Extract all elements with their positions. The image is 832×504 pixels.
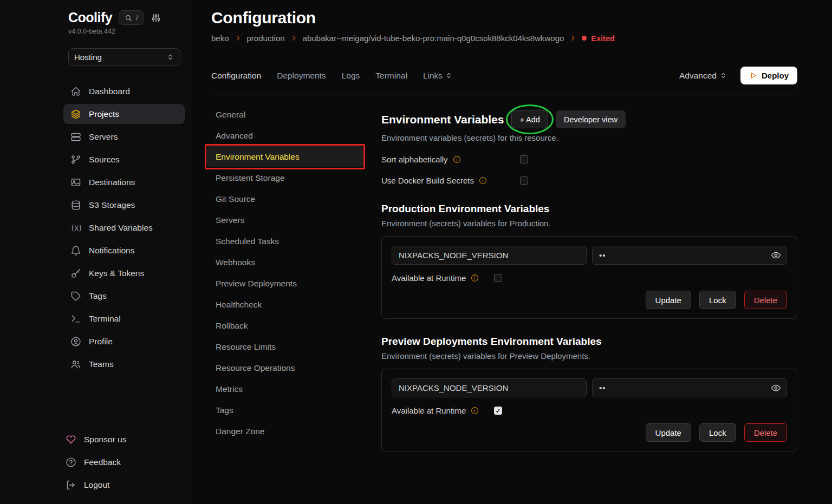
available-at-runtime-label: Available at Runtime	[392, 406, 466, 415]
deploy-button[interactable]: Deploy	[740, 67, 797, 84]
status-label: Exited	[591, 34, 615, 43]
sidebar-item-sources[interactable]: Sources	[63, 149, 185, 169]
info-icon[interactable]	[453, 155, 461, 163]
sidebar-item-feedback[interactable]: Feedback	[58, 452, 180, 472]
subnav-item-preview-deployments[interactable]: Preview Deployments	[207, 273, 363, 294]
tab-bar-right: Advanced Deploy	[679, 67, 797, 84]
env-key-input[interactable]	[392, 378, 587, 397]
sidebar-item-logout[interactable]: Logout	[58, 475, 180, 495]
eye-icon[interactable]	[771, 383, 781, 393]
production-env-description: Environment (secrets) variables for Prod…	[381, 219, 797, 228]
env-key-input[interactable]	[392, 246, 587, 265]
chevron-updown-icon	[719, 71, 727, 80]
subnav-item-resource-limits[interactable]: Resource Limits	[207, 336, 363, 357]
sidebar-item-projects[interactable]: Projects	[63, 104, 185, 124]
breadcrumb-resource[interactable]: abubakar--meigag/vid-tube-beko-pro:main-…	[303, 34, 564, 43]
available-at-runtime-checkbox[interactable]	[494, 407, 502, 415]
sidebar-item-label: Terminal	[89, 314, 121, 324]
lock-button[interactable]: Lock	[699, 291, 736, 309]
info-icon[interactable]	[471, 274, 479, 282]
sidebar-item-destinations[interactable]: Destinations	[63, 172, 185, 192]
env-toggles: Sort alphabetically Use Docker Build Sec…	[381, 152, 797, 188]
destinations-icon	[70, 177, 81, 188]
breadcrumb-environment[interactable]: production	[247, 34, 285, 43]
subnav-item-persistent-storage[interactable]: Persistent Storage	[207, 167, 363, 188]
sidebar-item-keys-tokens[interactable]: Keys & Tokens	[63, 263, 185, 283]
server-icon	[70, 132, 81, 142]
sidebar-item-s3-storages[interactable]: S3 Storages	[63, 195, 185, 215]
settings-sliders-icon[interactable]	[151, 12, 161, 23]
subnav-item-general[interactable]: General	[207, 104, 363, 125]
env-value-input[interactable]	[592, 378, 787, 397]
eye-icon[interactable]	[771, 250, 781, 260]
sidebar-item-terminal[interactable]: Terminal	[63, 309, 185, 329]
sidebar-item-servers[interactable]: Servers	[63, 127, 185, 147]
env-variables-header: Environment Variables + Add Developer vi…	[381, 110, 797, 128]
subnav-item-scheduled-tasks[interactable]: Scheduled Tasks	[207, 231, 363, 252]
user-circle-icon	[70, 336, 81, 347]
env-value-input[interactable]	[592, 246, 787, 265]
sidebar-item-label: Keys & Tokens	[89, 269, 144, 278]
update-button[interactable]: Update	[646, 291, 691, 309]
lock-button[interactable]: Lock	[699, 423, 736, 442]
subnav-item-healthcheck[interactable]: Healthcheck	[207, 294, 363, 315]
sidebar-item-label: Projects	[89, 109, 119, 119]
breadcrumb-project[interactable]: beko	[211, 34, 229, 43]
tab-deployments[interactable]: Deployments	[277, 71, 326, 81]
sidebar-item-label: Servers	[89, 132, 118, 142]
docker-build-secrets-checkbox[interactable]	[520, 176, 528, 185]
subnav-item-danger-zone[interactable]: Danger Zone	[207, 421, 363, 442]
delete-button[interactable]: Delete	[744, 291, 787, 309]
sort-alphabetically-row: Sort alphabetically	[381, 152, 797, 167]
page-title: Configuration	[211, 9, 797, 27]
subnav-item-metrics[interactable]: Metrics	[207, 378, 363, 400]
sidebar-item-tags[interactable]: Tags	[63, 286, 185, 306]
available-at-runtime-label: Available at Runtime	[392, 273, 466, 283]
sidebar-item-sponsor[interactable]: Sponsor us	[58, 429, 180, 449]
docker-build-secrets-label: Use Docker Build Secrets	[381, 176, 474, 185]
sidebar-item-shared-variables[interactable]: (x) Shared Variables	[63, 218, 185, 238]
advanced-selector[interactable]: Advanced	[679, 71, 727, 81]
subnav-item-resource-operations[interactable]: Resource Operations	[207, 357, 363, 378]
config-subnav: General Advanced Environment Variables P…	[207, 104, 363, 451]
subnav-item-git-source[interactable]: Git Source	[207, 188, 363, 210]
sort-alphabetically-checkbox[interactable]	[520, 155, 528, 163]
env-variables-title: Environment Variables	[381, 113, 504, 126]
delete-button[interactable]: Delete	[744, 423, 787, 442]
sidebar-item-label: Notifications	[89, 246, 134, 256]
chevron-right-icon	[290, 35, 297, 42]
coolify-app: Coolify / v4.0.0-beta.442 Hosting Dashbo…	[0, 0, 832, 504]
variable-icon: (x)	[70, 224, 81, 232]
subnav-item-rollback[interactable]: Rollback	[207, 315, 363, 336]
info-icon[interactable]	[471, 407, 479, 415]
sidebar-item-teams[interactable]: Teams	[63, 354, 185, 374]
tab-configuration[interactable]: Configuration	[211, 71, 261, 81]
update-button[interactable]: Update	[646, 423, 691, 442]
add-variable-button[interactable]: + Add	[511, 110, 548, 128]
subnav-item-webhooks[interactable]: Webhooks	[207, 252, 363, 273]
env-variables-panel: Environment Variables + Add Developer vi…	[381, 104, 797, 451]
chevron-right-icon	[235, 35, 242, 42]
tab-links[interactable]: Links	[423, 71, 453, 81]
developer-view-button[interactable]: Developer view	[556, 110, 626, 128]
sidebar-item-dashboard[interactable]: Dashboard	[63, 81, 185, 101]
tab-logs[interactable]: Logs	[342, 71, 360, 81]
search-button[interactable]: /	[119, 10, 144, 25]
sidebar-item-profile[interactable]: Profile	[63, 331, 185, 351]
subnav-item-tags[interactable]: Tags	[207, 400, 363, 421]
tab-terminal[interactable]: Terminal	[375, 71, 407, 81]
subnav-item-environment-variables[interactable]: Environment Variables	[207, 146, 363, 167]
status-dot	[582, 36, 587, 41]
subnav-item-servers[interactable]: Servers	[207, 210, 363, 231]
production-env-card: Available at Runtime Update Lock Delete	[381, 236, 797, 319]
subnav-item-advanced[interactable]: Advanced	[207, 125, 363, 146]
database-icon	[70, 200, 81, 211]
sidebar: Coolify / v4.0.0-beta.442 Hosting Dashbo…	[0, 0, 191, 504]
app-version: v4.0.0-beta.442	[68, 28, 184, 35]
sidebar-item-notifications[interactable]: Notifications	[63, 240, 185, 260]
info-icon[interactable]	[479, 176, 487, 185]
search-shortcut-hint: /	[136, 14, 138, 22]
team-selector[interactable]: Hosting	[68, 48, 180, 66]
available-at-runtime-checkbox[interactable]	[494, 274, 502, 282]
bell-icon	[70, 245, 81, 256]
